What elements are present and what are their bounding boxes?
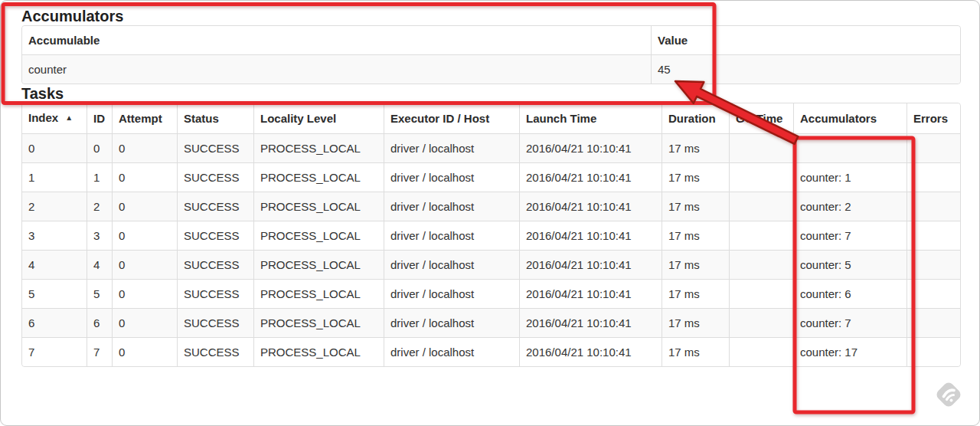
cell: 0: [112, 308, 177, 337]
cell: SUCCESS: [177, 133, 253, 162]
table-row: 660SUCCESSPROCESS_LOCALdriver / localhos…: [22, 308, 960, 337]
cell: 0: [112, 250, 177, 279]
cell: driver / localhost: [384, 221, 519, 250]
cell: 2016/04/21 10:10:41: [519, 221, 662, 250]
col-header-status[interactable]: Status: [177, 103, 253, 133]
col-header-label: Errors: [913, 112, 948, 125]
cell: counter: 7: [793, 308, 906, 337]
cell: [906, 133, 960, 162]
cell: PROCESS_LOCAL: [253, 192, 384, 221]
col-header-index[interactable]: Index▲: [22, 103, 87, 133]
accumulators-section: Accumulators AccumulableValuecounter45: [21, 7, 959, 84]
cell: SUCCESS: [177, 250, 253, 279]
tasks-section: Tasks Index▲IDAttemptStatusLocality Leve…: [21, 84, 959, 367]
cell: PROCESS_LOCAL: [253, 337, 384, 366]
cell: 2016/04/21 10:10:41: [519, 133, 662, 162]
col-header-label: Index: [28, 111, 58, 124]
cell: 2: [87, 192, 112, 221]
col-header-locality-level[interactable]: Locality Level: [253, 103, 384, 133]
table-row: 220SUCCESSPROCESS_LOCALdriver / localhos…: [22, 192, 960, 221]
cell: 2016/04/21 10:10:41: [519, 308, 662, 337]
cell: 6: [22, 308, 87, 337]
cell: 0: [112, 279, 177, 308]
sort-ascending-icon: ▲: [65, 113, 73, 122]
col-header-id[interactable]: ID: [87, 103, 112, 133]
cell: 0: [112, 337, 177, 366]
cell: [729, 192, 793, 221]
cell: 7: [22, 337, 87, 366]
table-row: 330SUCCESSPROCESS_LOCALdriver / localhos…: [22, 221, 960, 250]
tasks-heading: Tasks: [21, 84, 959, 103]
cell: SUCCESS: [177, 221, 253, 250]
col-header-attempt[interactable]: Attempt: [112, 103, 177, 133]
cell: 5: [87, 279, 112, 308]
col-header-label: ID: [93, 112, 105, 125]
col-header-accumulators[interactable]: Accumulators: [793, 103, 906, 133]
header-row: Index▲IDAttemptStatusLocality LevelExecu…: [22, 103, 960, 133]
table-row: 000SUCCESSPROCESS_LOCALdriver / localhos…: [22, 133, 960, 162]
spark-stage-page: Accumulators AccumulableValuecounter45 T…: [0, 0, 980, 367]
cell: [729, 308, 793, 337]
table-row: 440SUCCESSPROCESS_LOCALdriver / localhos…: [22, 250, 960, 279]
cell: [906, 192, 960, 221]
cell: PROCESS_LOCAL: [253, 133, 384, 162]
cell: 0: [112, 221, 177, 250]
cell: 17 ms: [662, 279, 729, 308]
col-header-duration[interactable]: Duration: [662, 103, 729, 133]
cell: 1: [22, 162, 87, 192]
cell: counter: 5: [793, 250, 906, 279]
cell: 1: [87, 162, 112, 192]
cell: 2016/04/21 10:10:41: [519, 250, 662, 279]
cell: PROCESS_LOCAL: [253, 162, 384, 192]
col-header-label: Executor ID / Host: [390, 112, 489, 125]
cell: driver / localhost: [384, 192, 519, 221]
cell: [793, 133, 906, 162]
col-header-label: Status: [184, 112, 219, 125]
cell: [729, 221, 793, 250]
cell: 17 ms: [662, 133, 729, 162]
cell: PROCESS_LOCAL: [253, 250, 384, 279]
cell: driver / localhost: [384, 279, 519, 308]
cell: 17 ms: [662, 162, 729, 192]
cell: [729, 337, 793, 366]
cell: SUCCESS: [177, 308, 253, 337]
cell: 4: [87, 250, 112, 279]
col-header-executor-id-host[interactable]: Executor ID / Host: [384, 103, 519, 133]
cell: 4: [22, 250, 87, 279]
cell: 2016/04/21 10:10:41: [519, 192, 662, 221]
cell: driver / localhost: [384, 337, 519, 366]
cell: [906, 250, 960, 279]
col-header-gc-time[interactable]: GC Time: [729, 103, 793, 133]
cell: [906, 221, 960, 250]
col-header-launch-time[interactable]: Launch Time: [519, 103, 662, 133]
accumulators-heading: Accumulators: [21, 7, 959, 25]
col-header-label: Accumulable: [28, 34, 100, 47]
cell: 0: [22, 133, 87, 162]
col-header-label: Attempt: [119, 112, 162, 125]
table-row: 110SUCCESSPROCESS_LOCALdriver / localhos…: [22, 162, 960, 192]
cell: 17 ms: [662, 221, 729, 250]
cell: driver / localhost: [384, 308, 519, 337]
cell: 17 ms: [662, 192, 729, 221]
cell: counter: [22, 54, 651, 84]
cell: 17 ms: [662, 337, 729, 366]
cell: 45: [651, 54, 960, 84]
tasks-table: Index▲IDAttemptStatusLocality LevelExecu…: [21, 103, 961, 367]
cell: driver / localhost: [384, 133, 519, 162]
accumulators-table: AccumulableValuecounter45: [21, 25, 961, 84]
cell: 6: [87, 308, 112, 337]
cell: PROCESS_LOCAL: [253, 308, 384, 337]
col-header-accumulable: Accumulable: [22, 26, 651, 54]
table-row: 770SUCCESSPROCESS_LOCALdriver / localhos…: [22, 337, 960, 366]
cell: 0: [112, 133, 177, 162]
col-header-errors[interactable]: Errors: [906, 103, 960, 133]
cell: 5: [22, 279, 87, 308]
cell: counter: 2: [793, 192, 906, 221]
cell: SUCCESS: [177, 162, 253, 192]
cell: 2016/04/21 10:10:41: [519, 279, 662, 308]
col-header-label: Value: [658, 34, 688, 47]
cell: counter: 7: [793, 221, 906, 250]
cell: SUCCESS: [177, 337, 253, 366]
cell: counter: 6: [793, 279, 906, 308]
table-row: counter45: [22, 54, 960, 84]
